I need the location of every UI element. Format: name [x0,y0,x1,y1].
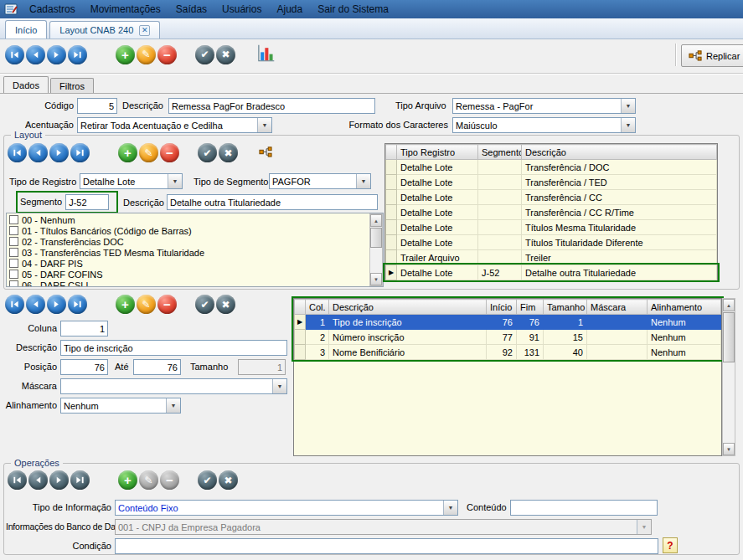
table-row[interactable]: 3 Nome Benificiário 92 131 40 Nenhum [295,345,721,360]
segment-grid[interactable]: Tipo Registro Segmento Descrição Detalhe… [384,143,718,281]
layout-edit-button[interactable]: ✎ [139,143,158,162]
layout-nav-next-button[interactable] [49,143,69,162]
descricao-input[interactable] [168,98,375,114]
col-header-tipo-registro[interactable]: Tipo Registro [397,145,478,160]
confirm-button[interactable]: ✔ [195,45,214,64]
chevron-down-icon[interactable]: ▼ [621,118,635,132]
tab-filtros[interactable]: Filtros [50,78,94,93]
nav-first-button[interactable] [5,45,24,64]
chevron-down-icon[interactable]: ▼ [356,174,370,188]
chevron-down-icon[interactable]: ▼ [272,379,286,393]
posicao-input[interactable] [60,359,108,375]
col-header-tamanho[interactable]: Tamanho [544,300,587,315]
checkbox-icon[interactable] [9,237,18,246]
columns-edit-button[interactable]: ✎ [137,295,156,314]
chevron-down-icon[interactable]: ▼ [166,398,180,413]
layout-nav-prev-button[interactable] [28,143,48,162]
list-item[interactable]: 05 - DARF COFINS [8,269,368,280]
scroll-thumb[interactable] [723,312,735,362]
scroll-up-icon[interactable]: ▲ [723,299,735,311]
tipo-informacao-select[interactable]: Conteúdo Fixo ▼ [115,500,458,516]
list-item[interactable]: 02 - Transferências DOC [8,236,368,247]
layout-confirm-button[interactable]: ✔ [198,143,217,162]
codigo-input[interactable] [77,98,117,114]
table-row[interactable]: Detalhe LoteTransferência / DOC [386,160,717,175]
scroll-down-icon[interactable]: ▼ [723,443,735,455]
table-row[interactable]: Detalhe LoteTítulos Mesma Titularidade [386,220,717,235]
columns-delete-button[interactable]: − [157,295,177,314]
menu-ajuda[interactable]: Ajuda [269,0,310,18]
columns-nav-last-button[interactable] [68,295,87,314]
chevron-down-icon[interactable]: ▼ [257,118,271,132]
list-item[interactable]: 03 - Transferências TED Mesma Titularida… [8,247,368,258]
chart-button[interactable] [255,43,276,66]
columns-add-button[interactable]: + [116,295,135,314]
menu-sair-do-sistema[interactable]: Sair do Sistema [310,0,396,18]
checkbox-icon[interactable] [9,248,18,257]
edit-button[interactable]: ✎ [137,45,156,64]
layout-nav-last-button[interactable] [70,143,90,162]
col-header-col[interactable]: Col. [306,300,329,315]
help-button[interactable]: ? [663,537,678,553]
tab-inicio[interactable]: Início [5,20,47,39]
col-header-fim[interactable]: Fim [517,300,544,315]
close-icon[interactable]: ✕ [139,25,150,36]
nav-last-button[interactable] [68,45,87,64]
columns-confirm-button[interactable]: ✔ [195,295,214,314]
checkbox-icon[interactable] [9,280,18,287]
layout-cancel-button[interactable]: ✖ [219,143,238,162]
col-header-alinhamento[interactable]: Alinhamento [648,300,721,315]
checkbox-icon[interactable] [9,226,18,235]
layout-delete-button[interactable]: − [160,143,179,162]
delete-button[interactable]: − [157,45,177,64]
table-row-current[interactable]: ▶Detalhe LoteJ-52Detalhe outra Titularie… [386,265,717,280]
checkbox-icon[interactable] [9,270,18,279]
columns-nav-next-button[interactable] [47,295,66,314]
cancel-button[interactable]: ✖ [216,45,235,64]
col-header-descricao[interactable]: Descrição [329,300,487,315]
col-header-descricao[interactable]: Descrição [522,145,717,160]
scroll-thumb[interactable] [370,228,382,248]
operacoes-cancel-button[interactable]: ✖ [219,470,238,490]
col-header-inicio[interactable]: Início [487,300,517,315]
checklist-scrollbar[interactable]: ▲ ▼ [369,213,383,286]
condicao-input[interactable] [115,538,658,554]
list-item[interactable]: 01 - Títulos Bancários (Código de Barras… [8,225,368,236]
layout-descricao-input[interactable] [167,194,378,210]
checkbox-icon[interactable] [9,259,18,268]
coluna-input[interactable] [60,321,108,337]
tipo-servico-checklist[interactable]: 00 - Nenhum 01 - Títulos Bancários (Códi… [6,213,384,287]
menu-usuarios[interactable]: Usuários [214,0,269,18]
list-item[interactable]: 04 - DARF PIS [8,258,368,269]
layout-add-button[interactable]: + [118,143,137,162]
tab-layout-cnab-240[interactable]: Layout CNAB 240 ✕ [49,21,160,39]
replicar-button[interactable]: Replicar [681,44,743,67]
formato-caracteres-select[interactable]: Maiúsculo ▼ [452,117,636,133]
columns-descricao-input[interactable] [60,340,287,356]
layout-nav-first-button[interactable] [8,143,27,162]
chevron-down-icon[interactable]: ▼ [443,501,457,515]
tab-dados[interactable]: Dados [3,76,49,93]
alinhamento-select[interactable]: Nenhum ▼ [60,398,181,414]
nav-next-button[interactable] [47,45,66,64]
col-header-mascara[interactable]: Máscara [587,300,648,315]
columns-nav-prev-button[interactable] [26,295,45,314]
scroll-up-icon[interactable]: ▲ [370,214,382,227]
table-row[interactable]: Trailer ArquivoTreiler [386,250,717,265]
mascara-select[interactable]: ▼ [60,378,287,394]
chevron-down-icon[interactable]: ▼ [168,174,182,188]
scroll-down-icon[interactable]: ▼ [370,273,382,285]
table-row-selected[interactable]: ▶ 1 Tipo de inscrição 76 76 1 Nenhum [295,315,721,330]
tipo-registro-select[interactable]: Detalhe Lote ▼ [80,173,183,189]
tipo-arquivo-select[interactable]: Remessa - PagFor ▼ [452,98,636,114]
segmento-input[interactable] [65,194,109,210]
operacoes-confirm-button[interactable]: ✔ [198,470,217,490]
table-row[interactable]: Detalhe LoteTransferência / TED [386,175,717,190]
table-row[interactable]: Detalhe LoteTransferência / CC R/Time [386,205,717,220]
columns-grid[interactable]: Col. Descrição Início Fim Tamanho Máscar… [293,298,722,456]
columns-cancel-button[interactable]: ✖ [216,295,235,314]
ate-input[interactable] [133,359,181,375]
columns-grid-scrollbar[interactable]: ▲ ▼ [722,298,735,456]
menu-saidas[interactable]: Saídas [168,0,214,18]
tipo-segmento-select[interactable]: PAGFOR ▼ [269,173,371,189]
